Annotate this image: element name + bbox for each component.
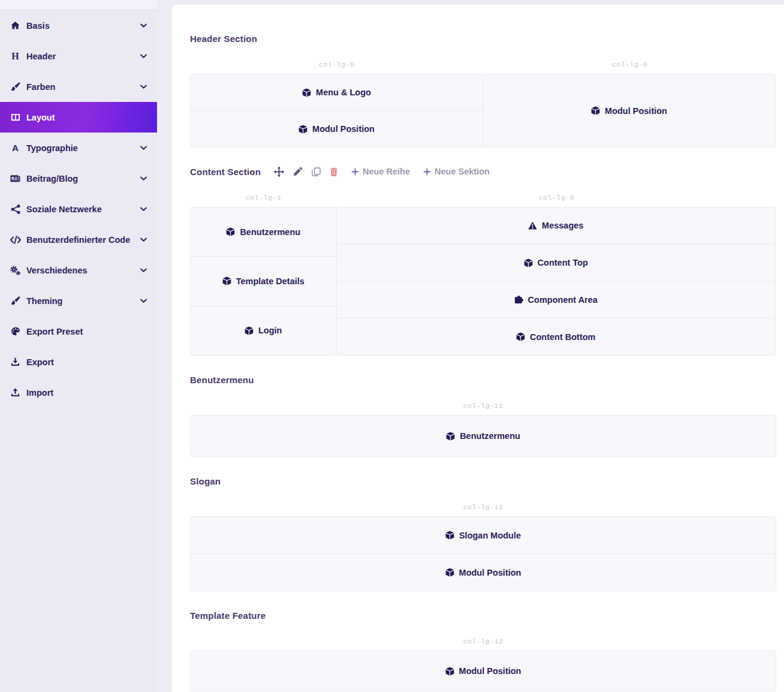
module-label: Benutzermenu	[240, 227, 300, 237]
cogs-icon	[7, 266, 23, 275]
module-label: Modul Position	[312, 124, 375, 134]
sidebar-item-farben[interactable]: Farben	[0, 71, 157, 102]
module-template-details[interactable]: Template Details	[191, 256, 336, 305]
module-content-top[interactable]: Content Top	[337, 244, 776, 281]
pencil-icon[interactable]	[293, 167, 303, 176]
column-size-label: col-lg-12	[190, 402, 776, 410]
palette-icon	[7, 327, 23, 336]
module-content-bottom[interactable]: Content Bottom	[337, 318, 776, 355]
module-modul-position[interactable]: Modul Position	[483, 74, 775, 147]
new-row-button[interactable]: Neue Reihe	[351, 167, 410, 176]
column-box: Slogan Module Modul Position	[190, 516, 776, 591]
module-benutzermenu[interactable]: Benutzermenu	[191, 416, 776, 456]
module-label: Menu & Logo	[316, 88, 371, 97]
cube-icon	[446, 432, 455, 441]
module-label: Modul Position	[605, 106, 667, 116]
column-box: Benutzermenu Template Details Login	[190, 207, 337, 356]
sidebar-item-typographie[interactable]: A Typographie	[0, 133, 157, 163]
section-toolbar: Neue Reihe Neue Sektion	[274, 167, 490, 177]
sidebar-item-header[interactable]: H Header	[0, 41, 157, 71]
section-grid: Slogan Module Modul Position	[190, 516, 776, 591]
sidebar-item-label: Verschiedenes	[26, 266, 140, 275]
cube-icon	[516, 332, 525, 341]
module-modul-position[interactable]: Modul Position	[191, 553, 776, 591]
column-box: Modul Position	[190, 651, 776, 691]
module-modul-position[interactable]: Modul Position	[191, 110, 483, 147]
sidebar-item-label: Theming	[26, 296, 140, 306]
sidebar-item-theming[interactable]: Theming	[0, 285, 157, 316]
column-box: Benutzermenu	[190, 415, 776, 457]
layout-builder-panel: Header Section col-lg-6 col-lg-6 Menu & …	[172, 5, 784, 692]
section-title: Header Section	[190, 34, 257, 44]
sidebar-item-export-preset[interactable]: Export Preset	[0, 316, 157, 347]
column-size-label: col-lg-9	[337, 194, 777, 201]
column-size-label: col-lg-6	[483, 61, 776, 68]
module-modul-position[interactable]: Modul Position	[191, 651, 776, 691]
share-icon	[7, 204, 23, 214]
module-benutzermenu[interactable]: Benutzermenu	[191, 207, 336, 256]
module-component-area[interactable]: Component Area	[337, 281, 776, 318]
sidebar-item-verschiedenes[interactable]: Verschiedenes	[0, 255, 157, 285]
plus-icon	[423, 168, 431, 176]
chevron-down-icon	[140, 22, 147, 29]
module-label: Modul Position	[459, 666, 521, 676]
sidebar-item-soziale-netzwerke[interactable]: Soziale Netzwerke	[0, 194, 157, 224]
column-size-label: col-lg-12	[190, 637, 776, 645]
sidebar-item-basis[interactable]: Basis	[0, 10, 157, 41]
cube-icon	[445, 531, 454, 540]
section-title: Content Section	[190, 167, 261, 177]
sidebar-item-benutzerdefinierter-code[interactable]: Benutzerdefinierter Code	[0, 224, 157, 255]
sidebar-item-label: Beitrag/Blog	[26, 174, 140, 183]
section-grid: Modul Position	[190, 651, 776, 691]
sidebar-item-label: Header	[26, 52, 140, 61]
warning-icon	[528, 221, 537, 230]
sidebar-item-label: Layout	[26, 113, 147, 122]
section-template-feature: Template Feature col-lg-12 Modul Positio…	[190, 609, 776, 691]
sidebar-item-label: Export	[26, 357, 147, 367]
section-title: Template Feature	[190, 610, 266, 621]
sidebar-item-import[interactable]: Import	[0, 377, 157, 408]
module-messages[interactable]: Messages	[337, 207, 776, 244]
columns-icon	[7, 113, 23, 122]
upload-icon	[7, 388, 23, 397]
heading-icon: H	[7, 52, 23, 61]
sidebar-item-layout[interactable]: Layout	[0, 102, 157, 133]
sidebar-top-strip	[0, 0, 157, 10]
paintbrush-icon	[7, 82, 23, 92]
column-size-label: col-lg-12	[190, 503, 776, 511]
chevron-down-icon	[140, 144, 147, 152]
cube-icon	[302, 88, 311, 97]
trash-icon[interactable]	[330, 167, 338, 176]
chevron-down-icon	[140, 52, 147, 60]
download-icon	[7, 357, 23, 366]
grid-column: Messages Content Top Component Area	[336, 207, 776, 356]
new-row-label: Neue Reihe	[363, 167, 410, 176]
font-icon: A	[7, 143, 23, 152]
section-grid: Benutzermenu Template Details Login	[190, 207, 776, 356]
column-size-row: col-lg-12	[190, 402, 776, 410]
sidebar: Basis H Header Farben	[0, 0, 157, 692]
puzzle-icon	[514, 295, 523, 304]
module-slogan-module[interactable]: Slogan Module	[191, 517, 776, 553]
copy-icon[interactable]	[312, 167, 321, 176]
sidebar-item-beitrag-blog[interactable]: Beitrag/Blog	[0, 163, 157, 194]
sidebar-item-export[interactable]: Export	[0, 347, 157, 377]
column-box: Menu & Logo Modul Position	[190, 74, 483, 148]
sidebar-item-label: Benutzerdefinierter Code	[26, 235, 140, 245]
module-label: Messages	[542, 221, 583, 230]
module-menu-logo[interactable]: Menu & Logo	[191, 74, 483, 110]
section-header-section: Header Section col-lg-6 col-lg-6 Menu & …	[190, 32, 776, 148]
grid-column: Menu & Logo Modul Position	[190, 74, 483, 148]
sidebar-item-label: Typographie	[26, 143, 140, 153]
sidebar-item-label: Import	[26, 388, 147, 398]
cube-icon	[445, 568, 454, 577]
new-section-button[interactable]: Neue Sektion	[423, 167, 490, 176]
home-icon	[7, 21, 23, 30]
move-icon[interactable]	[274, 167, 284, 177]
module-login[interactable]: Login	[191, 306, 336, 355]
paintbrush-icon	[7, 296, 23, 306]
cube-icon	[591, 106, 600, 115]
section-title: Benutzermenu	[190, 375, 254, 385]
cube-icon	[226, 227, 235, 236]
module-label: Content Bottom	[530, 332, 596, 342]
